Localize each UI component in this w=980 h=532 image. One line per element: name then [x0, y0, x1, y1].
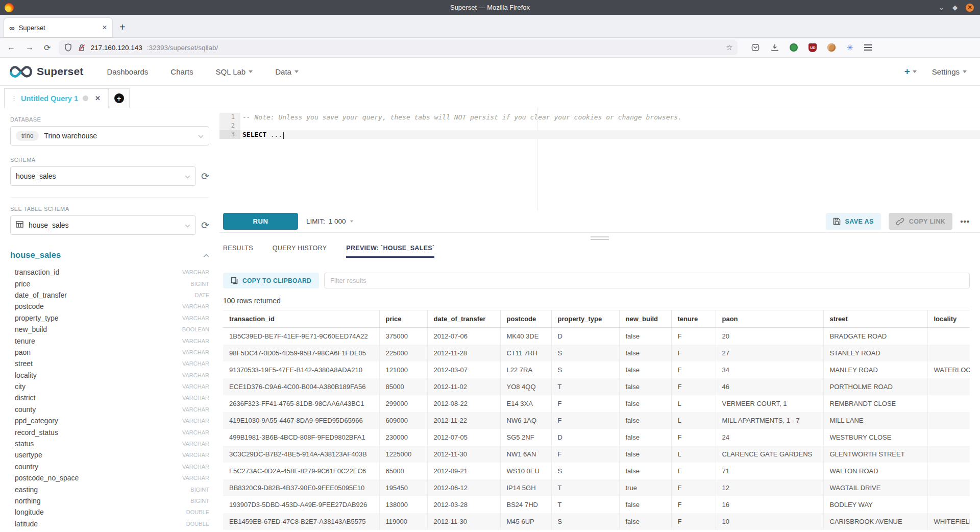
cell-price: 119000 — [379, 513, 427, 530]
save-as-button[interactable]: SAVE AS — [826, 213, 881, 230]
column-row: price BIGINT — [15, 278, 209, 289]
column-header[interactable]: new_build — [619, 310, 671, 328]
resize-handle[interactable] — [591, 236, 609, 241]
query-tab-close-icon[interactable]: ✕ — [95, 94, 101, 102]
column-row: easting BIGINT — [15, 483, 209, 495]
column-header[interactable]: property_type — [551, 310, 619, 328]
column-type: BIGINT — [190, 498, 209, 504]
refresh-schema-icon[interactable]: ⟳ — [201, 172, 209, 181]
downloads-icon[interactable] — [770, 43, 779, 52]
column-header[interactable]: transaction_id — [223, 310, 379, 328]
column-type: VARCHAR — [182, 315, 209, 321]
cell-street: MANLEY ROAD — [823, 361, 927, 378]
settings-menu[interactable]: Settings — [932, 67, 967, 76]
column-header[interactable]: street — [823, 310, 927, 328]
column-header[interactable]: tenure — [671, 310, 716, 328]
new-item-menu[interactable]: + — [904, 66, 917, 77]
column-header[interactable]: price — [379, 310, 427, 328]
text-cursor — [283, 132, 284, 139]
column-name: county — [15, 405, 36, 414]
table-heading[interactable]: house_sales — [10, 250, 61, 260]
column-name: longitude — [15, 508, 44, 516]
nav-charts[interactable]: Charts — [170, 67, 193, 76]
column-header[interactable]: date_of_transfer — [427, 310, 500, 328]
pocket-icon[interactable] — [751, 43, 760, 52]
cell-price: 609000 — [379, 412, 427, 429]
new-tab-icon[interactable]: + — [119, 21, 126, 33]
filter-results-input[interactable] — [324, 273, 970, 288]
table-row: 499B1981-3B6B-4BCD-808F-9FED9802BFA1 230… — [223, 429, 970, 446]
column-row: city VARCHAR — [15, 381, 209, 392]
cell-postcode: E14 3XA — [500, 395, 551, 412]
cell-locality — [927, 345, 970, 361]
column-type: VARCHAR — [182, 383, 209, 390]
table-select[interactable]: house_sales — [10, 215, 196, 235]
cell-locality: WHITEFIELD — [927, 513, 970, 530]
column-row: county VARCHAR — [15, 404, 209, 415]
copy-link-button[interactable]: COPY LINK — [889, 213, 952, 230]
window-titlebar: Superset — Mozilla Firefox ⌄ ◆ ✕ — [0, 0, 980, 15]
extension-asterisk-icon[interactable]: ✳ — [846, 43, 853, 53]
run-button[interactable]: RUN — [223, 213, 298, 230]
window-minimize-icon[interactable]: ⌄ — [939, 4, 944, 11]
reload-icon[interactable]: ⟳ — [44, 43, 51, 53]
forward-icon[interactable]: → — [26, 43, 34, 52]
menu-hamburger-icon[interactable] — [864, 44, 872, 51]
table-row: 3C3C29DC-B7B2-4BE5-914A-A38123AF403B 122… — [223, 446, 970, 463]
tab-preview-house-sales[interactable]: PREVIEW: `HOUSE_SALES` — [346, 245, 434, 258]
more-actions-button[interactable]: ••• — [960, 217, 970, 226]
column-type: VARCHAR — [182, 269, 209, 275]
column-row: street VARCHAR — [15, 358, 209, 369]
back-icon[interactable]: ← — [7, 43, 15, 52]
nav-dashboards[interactable]: Dashboards — [107, 67, 148, 76]
table-value: house_sales — [29, 221, 69, 229]
limit-dropdown[interactable]: LIMIT: 1 000 — [306, 217, 354, 225]
cell-transaction-id: 193907D3-5DBD-453D-A49E-9FEE27DAB926 — [223, 496, 379, 513]
column-row: locality VARCHAR — [15, 370, 209, 381]
copy-to-clipboard-button[interactable]: COPY TO CLIPBOARD — [223, 273, 319, 288]
cell-transaction-id: ECE1D376-C9A6-4C00-B004-A380B189FA56 — [223, 378, 379, 395]
url-bar[interactable]: 217.160.120.143:32393/superset/sqllab/ ☆ — [59, 40, 738, 55]
sql-editor[interactable]: 1 -- Note: Unless you save your query, t… — [219, 108, 980, 210]
browser-tab[interactable]: ∞ Superset ✕ — [4, 18, 112, 37]
table-row: 419E1030-9A55-4467-8DA9-9FED95D65966 609… — [223, 412, 970, 429]
results-table-wrap: transaction_idpricedate_of_transferpostc… — [223, 310, 970, 532]
cell-street: BRADGATE ROAD — [823, 328, 927, 345]
nav-sql-lab[interactable]: SQL Lab — [216, 67, 253, 76]
cell-date-of-transfer: 2012-11-30 — [427, 513, 500, 530]
superset-brand[interactable]: Superset — [9, 65, 83, 79]
drag-grip-icon[interactable]: ⋮ — [11, 94, 16, 102]
tab-query-history[interactable]: QUERY HISTORY — [273, 245, 327, 258]
cell-postcode: CT11 7RH — [500, 345, 551, 361]
row-count-text: 100 rows returned — [223, 297, 980, 305]
column-header[interactable]: locality — [927, 310, 970, 328]
table-row: 91370533-19F5-47FE-B142-A380A8ADA210 121… — [223, 361, 970, 378]
tab-close-icon[interactable]: ✕ — [102, 24, 107, 31]
cell-postcode: MK40 3DE — [500, 328, 551, 345]
query-tab[interactable]: ⋮ Untitled Query 1 ✕ — [4, 88, 108, 108]
add-query-tab[interactable]: + — [108, 88, 130, 108]
column-header[interactable]: postcode — [500, 310, 551, 328]
superset-logo-icon — [9, 65, 33, 79]
ublock-shield-icon[interactable]: UD — [808, 43, 817, 52]
superset-navbar: Superset Dashboards Charts SQL Lab Data … — [0, 58, 980, 86]
cell-new-build: false — [619, 361, 671, 378]
schema-select[interactable]: house_sales — [10, 166, 196, 186]
insecure-lock-icon[interactable] — [77, 43, 86, 52]
tab-results[interactable]: RESULTS — [223, 245, 253, 258]
nav-data[interactable]: Data — [275, 67, 299, 76]
extension-green-icon[interactable] — [790, 43, 798, 52]
cell-transaction-id: 419E1030-9A55-4467-8DA9-9FED95D65966 — [223, 412, 379, 429]
cell-locality — [927, 328, 970, 345]
database-select[interactable]: trino Trino warehouse — [10, 126, 209, 146]
cell-new-build: false — [619, 395, 671, 412]
window-close-icon[interactable]: ✕ — [966, 4, 974, 12]
bookmark-star-icon[interactable]: ☆ — [726, 43, 732, 52]
collapse-chevron-up-icon[interactable] — [203, 251, 209, 260]
column-header[interactable]: paon — [716, 310, 823, 328]
window-maximize-icon[interactable]: ◆ — [952, 4, 958, 11]
shield-icon[interactable] — [64, 43, 72, 52]
cookie-extension-icon[interactable] — [827, 43, 836, 52]
cell-paon: 12 — [716, 479, 823, 496]
refresh-table-icon[interactable]: ⟳ — [201, 221, 209, 230]
